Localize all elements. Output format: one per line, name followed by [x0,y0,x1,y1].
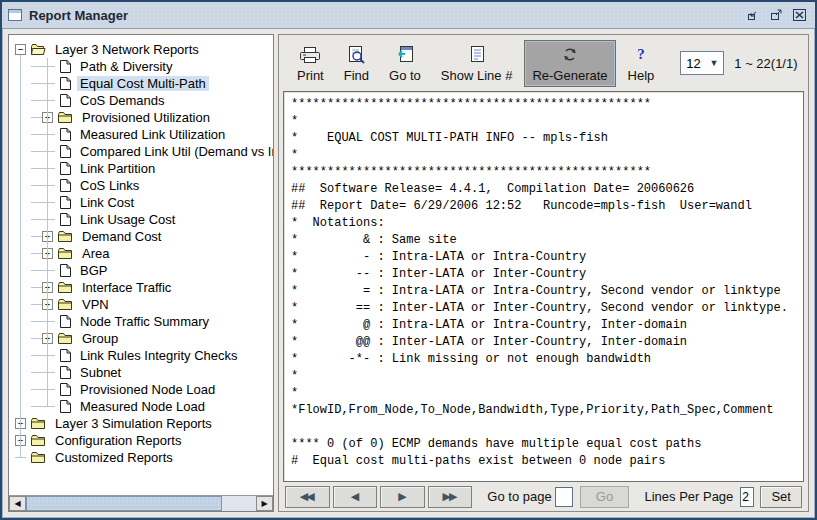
file-icon [59,195,72,210]
folder-icon [57,281,74,294]
maximize-icon[interactable] [767,6,786,24]
tree-item-label: CoS Links [77,178,142,193]
tree-item[interactable]: Measured Node Load [9,398,273,415]
tree-item-label: Link Cost [77,195,137,210]
folder-icon [30,451,47,464]
find-label: Find [344,68,369,83]
tree-item[interactable]: +Provisioned Utilization [9,109,273,126]
titlebar[interactable]: Report Manager [2,2,815,29]
tree-item[interactable]: Link Cost [9,194,273,211]
set-button[interactable]: Set [760,486,802,508]
print-button[interactable]: Print [289,40,332,87]
report-manager-window: Report Manager −Layer 3 Network ReportsP… [0,0,817,520]
tree-connector [31,211,55,228]
scrollbar-track[interactable] [222,496,256,511]
page-size-select[interactable]: 12 ▼ [680,51,724,75]
tree-connector [31,330,42,347]
scrollbar-thumb[interactable] [26,496,222,511]
tree-item-label: Layer 3 Simulation Reports [52,416,215,431]
tree-item[interactable]: Link Partition [9,160,273,177]
tree-item[interactable]: CoS Links [9,177,273,194]
tree-item-label: Layer 3 Network Reports [52,42,202,57]
tree-item[interactable]: Link Usage Cost [9,211,273,228]
tree-item-label: Provisioned Node Load [77,382,218,397]
tree-connector [31,177,55,194]
file-icon [59,314,72,329]
goto-label: Go to [389,68,421,83]
file-icon [59,93,72,108]
lines-per-page-input[interactable] [740,487,754,507]
file-icon [59,348,72,363]
tree-item[interactable]: Provisioned Node Load [9,381,273,398]
file-icon [59,59,72,74]
tree-item[interactable]: +Group [9,330,273,347]
show-line-label: Show Line # [441,68,513,83]
window-icon [8,9,22,21]
go-button[interactable]: Go [580,486,630,508]
tree-connector [31,313,55,330]
tree-item-label: Node Traffic Summary [77,314,212,329]
report-text-area[interactable]: ****************************************… [283,91,804,482]
tree-item[interactable]: CoS Demands [9,92,273,109]
first-page-icon[interactable]: ◀◀ [285,486,330,508]
tree-item[interactable]: BGP [9,262,273,279]
find-button[interactable]: Find [336,40,377,87]
tree-connector [31,398,55,415]
restore-icon[interactable] [744,6,763,24]
next-page-icon[interactable]: ▶ [380,486,425,508]
tree-item-label: Configuration Reports [52,433,184,448]
pagination-bar: ◀◀ ◀ ▶ ▶▶ Go to page Go Lines Per Page S… [279,482,808,511]
tree-item-label: CoS Demands [77,93,168,108]
tree-item-label: Demand Cost [79,229,164,244]
scroll-left-icon[interactable]: ◀ [9,496,26,511]
close-icon[interactable] [790,6,809,24]
tree-connector [31,245,42,262]
tree-item[interactable]: +Area [9,245,273,262]
tree-item-label: Area [79,246,112,261]
lines-per-page-label: Lines Per Page [644,489,733,504]
report-toolbar: Print Find Go to [279,35,808,91]
tree-item-label: Measured Node Load [77,399,208,414]
tree-item[interactable]: −Layer 3 Network Reports [9,41,273,58]
tree-connector [31,381,55,398]
tree-item-label: Customized Reports [52,450,176,465]
goto-button[interactable]: Go to [381,40,429,87]
chevron-down-icon: ▼ [709,58,718,68]
file-icon [59,161,72,176]
show-line-button[interactable]: Show Line # [433,40,521,87]
tree-connector [31,364,55,381]
file-icon [59,382,72,397]
tree-item-label: Interface Traffic [79,280,174,295]
tree-item[interactable]: +Interface Traffic [9,279,273,296]
tree-item[interactable]: Link Rules Integrity Checks [9,347,273,364]
regenerate-button[interactable]: Re-Generate [524,40,615,87]
tree-item[interactable]: Node Traffic Summary [9,313,273,330]
page-number-input[interactable] [555,487,573,507]
report-tree: −Layer 3 Network ReportsPath & Diversity… [9,35,273,495]
tree-connector [31,92,55,109]
tree-item[interactable]: Equal Cost Multi-Path [9,75,273,92]
window-title: Report Manager [29,8,138,23]
page-size-value: 12 [686,56,700,71]
tree-expander-icon[interactable]: − [15,44,26,55]
file-icon [59,365,72,380]
last-page-icon[interactable]: ▶▶ [428,486,473,508]
tree-item[interactable]: Path & Diversity [9,58,273,75]
help-icon: ? [637,44,645,66]
tree-item[interactable]: +VPN [9,296,273,313]
tree-connector [31,126,55,143]
prev-page-icon[interactable]: ◀ [333,486,378,508]
help-button[interactable]: ? Help [620,40,663,87]
tree-item[interactable]: Measured Link Utilization [9,126,273,143]
tree-item[interactable]: +Demand Cost [9,228,273,245]
tree-item-label: Subnet [77,365,124,380]
tree-item[interactable]: Compared Link Util (Demand vs Inte [9,143,273,160]
scroll-right-icon[interactable]: ▶ [256,496,273,511]
tree-item[interactable]: +Layer 3 Simulation Reports [9,415,273,432]
tree-item[interactable]: Customized Reports [9,449,273,466]
tree-h-scrollbar[interactable]: ◀ ▶ [9,495,273,511]
tree-item-label: BGP [77,263,110,278]
tree-item[interactable]: +Configuration Reports [9,432,273,449]
tree-item[interactable]: Subnet [9,364,273,381]
goto-icon [395,44,415,66]
